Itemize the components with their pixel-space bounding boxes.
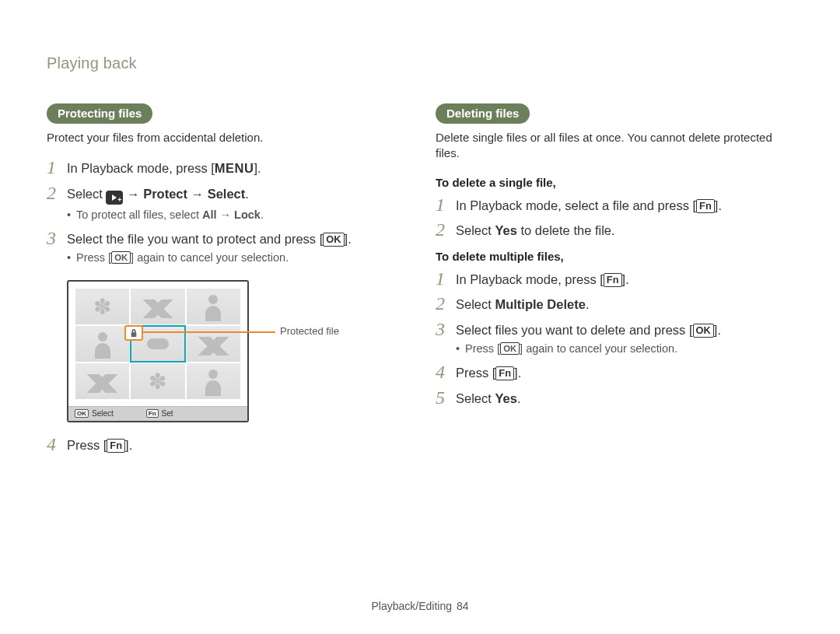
text: Press [: [456, 366, 495, 380]
callout-protected-file: Protected file: [280, 325, 339, 337]
text: .: [517, 391, 521, 405]
text: ].: [514, 366, 521, 380]
protect-intro: Protect your files from accidental delet…: [47, 130, 404, 145]
delete-multi-step-5: Select Yes.: [456, 390, 793, 407]
text: In Playback mode, press [: [456, 272, 604, 286]
text: ].: [254, 161, 261, 175]
protect-label: Protect: [143, 187, 187, 201]
thumb-cell: [186, 363, 241, 400]
lock-label: Lock: [234, 208, 261, 221]
fn-key: Fn: [604, 273, 622, 287]
protect-step-2-sub: To protect all files, select All → Lock.: [67, 208, 404, 223]
protect-step-1: In Playback mode, press [MENU].: [67, 159, 404, 177]
protect-step-3-sub: Press [OK] again to cancel your selectio…: [67, 250, 404, 266]
text: Select files you want to delete and pres…: [456, 323, 693, 337]
text: Press [: [76, 251, 111, 264]
thumb-cell: [130, 363, 185, 400]
text: ].: [622, 272, 629, 286]
multiple-delete-label: Multiple Delete: [495, 297, 585, 311]
text: Press [: [67, 438, 107, 452]
page-number: 84: [457, 600, 469, 612]
page-footer: Playback/Editing84: [0, 600, 840, 612]
protect-step-3: Select the file you want to protect and …: [67, 230, 404, 266]
col-protect: Protecting files Protect your files from…: [47, 103, 404, 461]
protect-step-4: Press [Fn].: [67, 436, 404, 454]
delete-intro: Delete single files or all files at once…: [436, 130, 793, 162]
text: .: [245, 187, 249, 201]
text: Press [: [465, 342, 500, 355]
delete-multi-step-2: Select Multiple Delete.: [456, 296, 793, 313]
text: ] again to cancel your selection.: [131, 251, 289, 264]
subhead-single: To delete a single file,: [436, 176, 793, 189]
lcd-footer-set: FnSet: [146, 409, 173, 418]
thumb-cell: [186, 288, 241, 325]
text: Select: [67, 187, 106, 201]
text: .: [586, 297, 590, 311]
ok-key: OK: [111, 251, 131, 264]
fn-key: Fn: [696, 199, 715, 213]
ok-key: OK: [693, 324, 714, 338]
page: Playing back Protecting files Protect yo…: [0, 0, 840, 634]
protect-steps-cont: Press [Fn].: [47, 436, 404, 454]
ok-key-mini: OK: [75, 409, 89, 418]
protect-steps: In Playback mode, press [MENU]. Select →…: [47, 159, 404, 266]
pill-deleting-files: Deleting files: [436, 103, 530, 124]
text: Select: [456, 223, 495, 237]
text: In Playback mode, select a file and pres…: [456, 198, 696, 212]
menu-key: MENU: [215, 161, 254, 175]
delete-single-step-2: Select Yes to delete the file.: [456, 222, 793, 239]
breadcrumb: Playing back: [47, 54, 793, 72]
text: In Playback mode, press [: [67, 161, 215, 175]
delete-multi-step-1: In Playback mode, press [Fn].: [456, 271, 793, 288]
fn-key: Fn: [107, 439, 125, 453]
yes-label: Yes: [495, 223, 516, 237]
arrow: →: [217, 208, 235, 221]
delete-single-steps: In Playback mode, select a file and pres…: [436, 197, 793, 240]
text: Select: [456, 391, 495, 405]
subhead-multiple: To delete multiple files,: [436, 250, 793, 263]
text: ].: [715, 198, 722, 212]
text: .: [261, 208, 264, 221]
delete-multi-step-4: Press [Fn].: [456, 364, 793, 381]
yes-label: Yes: [495, 391, 516, 405]
lcd-footer-select: OKSelect: [75, 409, 114, 418]
thumb-cell: [130, 288, 185, 325]
delete-multi-steps: In Playback mode, press [Fn]. Select Mul…: [436, 271, 793, 407]
text: ].: [345, 232, 352, 246]
lcd-screen: OKSelect FnSet: [67, 280, 249, 422]
pill-protecting-files: Protecting files: [47, 103, 152, 124]
playback-menu-icon: [106, 191, 123, 205]
callout-line: [142, 331, 275, 333]
thumb-cell: [75, 325, 130, 363]
text: Set: [162, 409, 173, 418]
protect-step-2: Select → Protect → Select. To protect al…: [67, 185, 404, 223]
text: To protect all files, select: [76, 208, 202, 221]
all-label: All: [202, 208, 217, 221]
lcd-footer: OKSelect FnSet: [68, 406, 247, 421]
ok-key: OK: [500, 342, 520, 355]
ok-key: OK: [323, 233, 344, 247]
lcd-illustration: OKSelect FnSet Protected file: [67, 280, 347, 422]
delete-single-step-1: In Playback mode, select a file and pres…: [456, 197, 793, 214]
text: ].: [714, 323, 721, 337]
arrow: →: [187, 187, 208, 201]
text: ].: [125, 438, 132, 452]
text: Select: [456, 297, 495, 311]
text: to delete the file.: [517, 223, 615, 237]
delete-multi-step-3: Select files you want to delete and pres…: [456, 321, 793, 357]
fn-key-mini: Fn: [146, 409, 159, 418]
thumb-cell: [75, 363, 130, 400]
delete-multi-step-3-sub: Press [OK] again to cancel your selectio…: [456, 342, 793, 357]
arrow: →: [123, 187, 143, 201]
text: ] again to cancel your selection.: [520, 342, 677, 355]
text: Select: [92, 409, 114, 418]
thumb-cell: [75, 288, 130, 325]
footer-section: Playback/Editing: [371, 600, 452, 612]
col-delete: Deleting files Delete single files or al…: [436, 103, 793, 461]
lock-icon: [124, 325, 143, 341]
select-label: Select: [208, 187, 246, 201]
columns: Protecting files Protect your files from…: [47, 103, 793, 461]
thumbnail-grid: [68, 282, 247, 406]
fn-key: Fn: [495, 366, 514, 380]
text: Select the file you want to protect and …: [67, 232, 323, 246]
